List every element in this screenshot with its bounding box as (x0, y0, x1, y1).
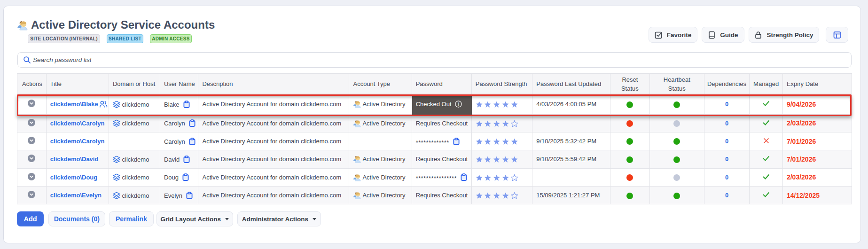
svg-text:i: i (458, 102, 459, 107)
